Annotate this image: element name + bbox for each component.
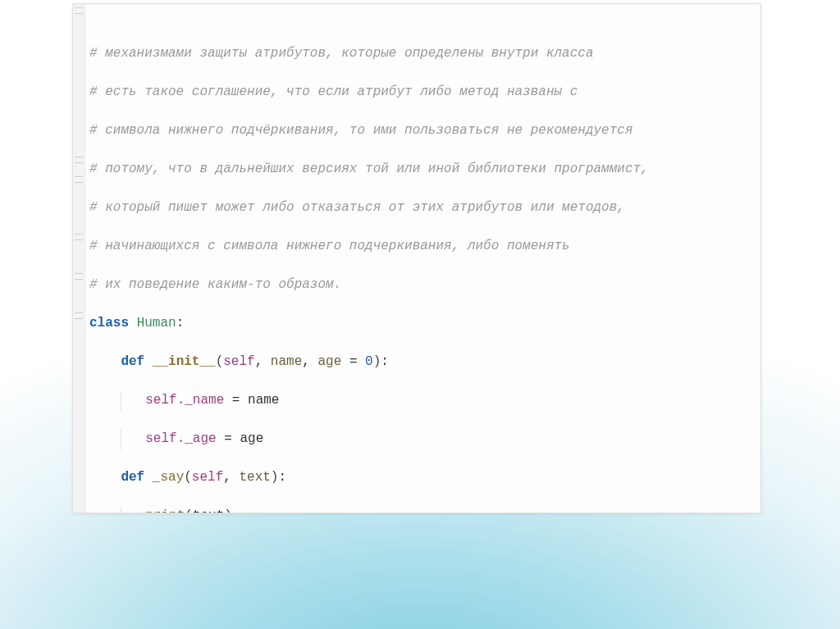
comment: # потому, что в дальнейших версиях той и… bbox=[89, 162, 649, 176]
code-line: # механизмами защиты атрибутов, которые … bbox=[89, 44, 757, 64]
code-line: print(text) bbox=[89, 507, 757, 513]
method-say: _say bbox=[153, 470, 184, 485]
code-line: # их поведение каким-то образом. bbox=[89, 276, 757, 295]
code-line: # есть такое соглашение, что если атрибу… bbox=[89, 83, 757, 103]
code-line: # начинающихся с символа нижнего подчерк… bbox=[89, 237, 757, 257]
method-init: __init__ bbox=[153, 354, 216, 369]
class-name: Human bbox=[137, 316, 176, 330]
comment: # символа нижнего подчёркивания, то ими … bbox=[89, 123, 633, 138]
keyword-def: def bbox=[121, 354, 144, 369]
code-line: # который пишет может либо отказаться от… bbox=[89, 198, 757, 218]
code-line: def __init__(self, name, age = 0): bbox=[89, 353, 757, 372]
comment: # который пишет может либо отказаться от… bbox=[89, 200, 625, 215]
code-line: class Human: bbox=[89, 314, 757, 334]
code-line: # потому, что в дальнейших версиях той и… bbox=[89, 160, 757, 180]
code-line: self._age = age bbox=[89, 430, 757, 449]
code-line: self._name = name bbox=[89, 391, 757, 411]
code-editor: # механизмами защиты атрибутов, которые … bbox=[72, 3, 761, 513]
comment: # механизмами защиты атрибутов, которые … bbox=[89, 46, 594, 61]
code-line: # символа нижнего подчёркивания, то ими … bbox=[89, 121, 757, 141]
slide-background: # механизмами защиты атрибутов, которые … bbox=[0, 0, 840, 629]
comment: # их поведение каким-то образом. bbox=[89, 277, 341, 292]
editor-gutter bbox=[73, 4, 85, 513]
code-content[interactable]: # механизмами защиты атрибутов, которые … bbox=[89, 6, 757, 513]
comment: # начинающихся с символа нижнего подчерк… bbox=[89, 239, 570, 253]
code-line: def _say(self, text): bbox=[89, 468, 757, 488]
comment: # есть такое соглашение, что если атрибу… bbox=[89, 84, 578, 99]
keyword-class: class bbox=[89, 316, 129, 330]
